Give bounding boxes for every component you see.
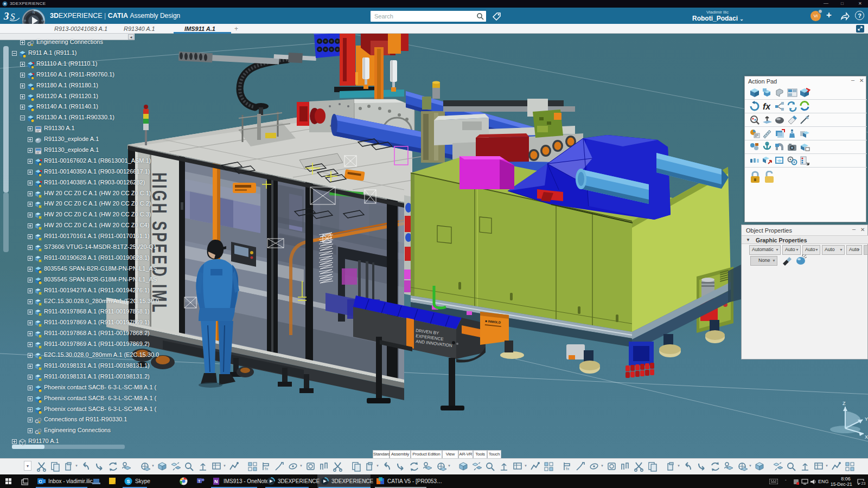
svg-text:3: 3 [3,10,9,22]
svg-text:N: N [214,479,218,484]
svg-text:S: S [127,479,130,484]
svg-text:N: N [33,11,35,14]
svg-text:fx: fx [566,466,569,471]
svg-text:Z: Z [843,401,846,406]
svg-text:Y: Y [865,416,868,422]
svg-text:fx: fx [763,102,771,111]
svg-text:S: S [10,11,15,22]
svg-text:X: X [865,434,868,440]
svg-text:O: O [39,479,42,484]
svg-text:fx: fx [265,466,268,471]
svg-text:T: T [198,479,201,483]
